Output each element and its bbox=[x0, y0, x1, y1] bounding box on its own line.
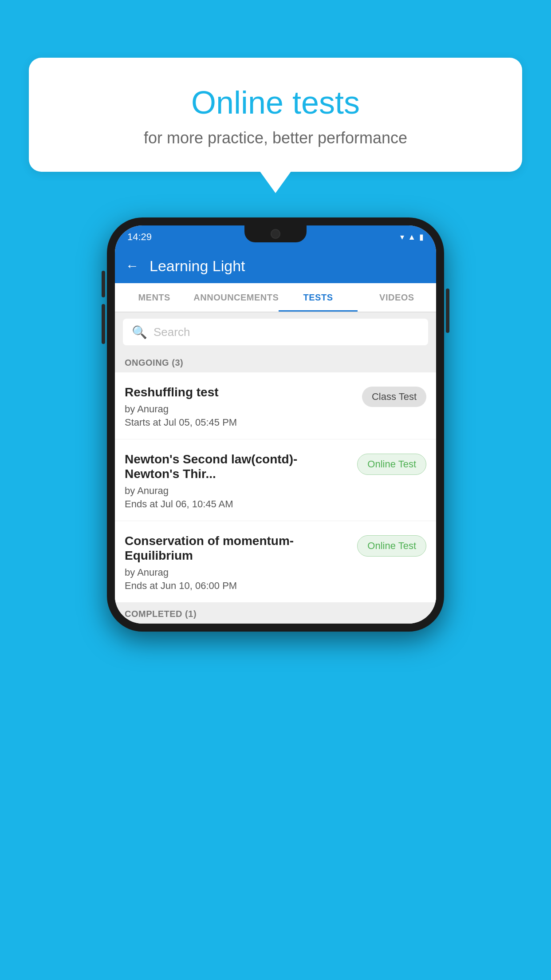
volume-up-button bbox=[102, 271, 105, 297]
phone-mockup: 14:29 ▾ ▲ ▮ ← Learning Light MENTS ANNOU… bbox=[107, 217, 444, 632]
test-time-3: Ends at Jun 10, 06:00 PM bbox=[125, 580, 350, 592]
test-author-2: by Anurag bbox=[125, 485, 350, 497]
test-name-2: Newton's Second law(contd)-Newton's Thir… bbox=[125, 452, 350, 482]
speech-bubble: Online tests for more practice, better p… bbox=[29, 58, 522, 172]
phone-screen: 14:29 ▾ ▲ ▮ ← Learning Light MENTS ANNOU… bbox=[115, 225, 436, 624]
tab-tests[interactable]: TESTS bbox=[279, 283, 357, 312]
test-author-1: by Anurag bbox=[125, 403, 355, 415]
test-item-1[interactable]: Reshuffling test by Anurag Starts at Jul… bbox=[115, 372, 436, 439]
search-box[interactable]: 🔍 Search bbox=[123, 319, 428, 345]
test-item-3[interactable]: Conservation of momentum-Equilibrium by … bbox=[115, 521, 436, 603]
test-time-1: Starts at Jul 05, 05:45 PM bbox=[125, 417, 355, 428]
test-name-1: Reshuffling test bbox=[125, 385, 355, 400]
test-list: Reshuffling test by Anurag Starts at Jul… bbox=[115, 372, 436, 603]
bubble-subtitle: for more practice, better performance bbox=[51, 129, 500, 147]
test-content-3: Conservation of momentum-Equilibrium by … bbox=[125, 533, 357, 592]
phone-outer: 14:29 ▾ ▲ ▮ ← Learning Light MENTS ANNOU… bbox=[107, 217, 444, 632]
tab-videos[interactable]: VIDEOS bbox=[358, 283, 436, 312]
completed-section-header: COMPLETED (1) bbox=[115, 603, 436, 624]
test-badge-3: Online Test bbox=[357, 535, 426, 557]
back-button[interactable]: ← bbox=[126, 258, 139, 273]
test-content-2: Newton's Second law(contd)-Newton's Thir… bbox=[125, 452, 357, 510]
test-time-2: Ends at Jul 06, 10:45 AM bbox=[125, 498, 350, 510]
app-bar: ← Learning Light bbox=[115, 249, 436, 283]
test-badge-2: Online Test bbox=[357, 454, 426, 475]
search-placeholder: Search bbox=[153, 325, 190, 339]
app-title: Learning Light bbox=[150, 257, 245, 275]
bubble-title: Online tests bbox=[51, 84, 500, 121]
test-name-3: Conservation of momentum-Equilibrium bbox=[125, 533, 350, 563]
status-time: 14:29 bbox=[127, 231, 152, 243]
test-author-3: by Anurag bbox=[125, 567, 350, 578]
tab-ments[interactable]: MENTS bbox=[115, 283, 193, 312]
phone-notch bbox=[244, 225, 307, 242]
status-icons: ▾ ▲ ▮ bbox=[400, 232, 424, 242]
tabs-bar: MENTS ANNOUNCEMENTS TESTS VIDEOS bbox=[115, 283, 436, 312]
test-content-1: Reshuffling test by Anurag Starts at Jul… bbox=[125, 385, 362, 428]
search-icon: 🔍 bbox=[132, 325, 147, 340]
test-badge-1: Class Test bbox=[362, 387, 426, 407]
power-button bbox=[446, 288, 449, 333]
battery-icon: ▮ bbox=[419, 232, 424, 242]
search-container: 🔍 Search bbox=[115, 312, 436, 352]
wifi-icon: ▾ bbox=[400, 232, 404, 242]
volume-down-button bbox=[102, 304, 105, 344]
front-camera bbox=[271, 229, 280, 239]
test-item-2[interactable]: Newton's Second law(contd)-Newton's Thir… bbox=[115, 439, 436, 521]
signal-icon: ▲ bbox=[408, 233, 416, 242]
ongoing-section-header: ONGOING (3) bbox=[115, 352, 436, 372]
tab-announcements[interactable]: ANNOUNCEMENTS bbox=[193, 283, 279, 312]
